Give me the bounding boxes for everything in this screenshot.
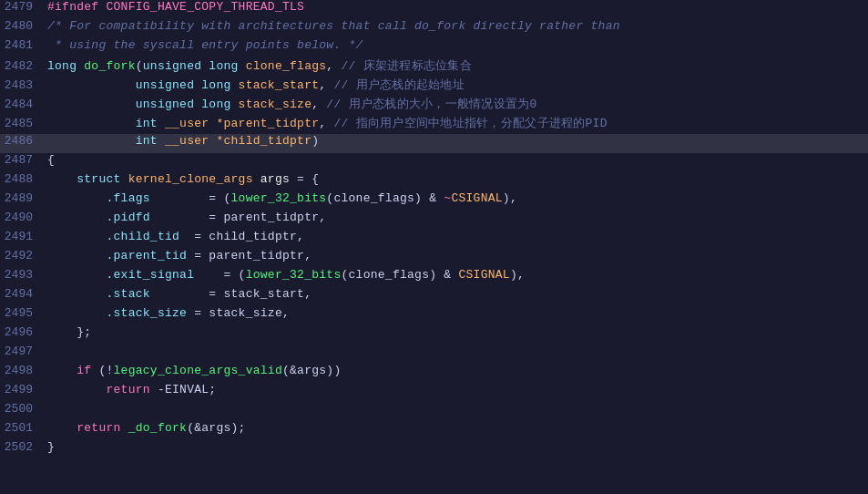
code-line: 2482long do_fork(unsigned long clone_fla… [0,57,868,77]
line-number: 2499 [0,383,44,396]
line-content: .stack_size = stack_size, [44,306,290,320]
code-line: 2500 [0,402,868,421]
code-line: 2480/* For compatibility with architectu… [0,19,868,38]
line-number: 2488 [0,172,44,186]
code-line: 2481 * using the syscall entry points be… [0,38,868,57]
code-line: 2485 int __user *parent_tidptr, // 指向用户空… [0,115,868,134]
line-content: return _do_fork(&args); [44,421,246,435]
line-content: .parent_tid = parent_tidptr, [44,249,311,262]
line-content: { [44,153,55,167]
line-number: 2491 [0,230,44,243]
line-number: 2492 [0,249,44,262]
line-number: 2496 [0,325,44,339]
code-line: 2495 .stack_size = stack_size, [0,306,868,325]
line-content: long do_fork(unsigned long clone_flags, … [44,57,472,74]
code-editor: 2479#ifndef CONFIG_HAVE_COPY_THREAD_TLS2… [0,0,868,494]
line-content: unsigned long stack_start, // 用户态栈的起始地址 [44,77,465,93]
line-number: 2487 [0,153,44,167]
code-line: 2494 .stack = stack_start, [0,287,868,306]
line-content: int __user *child_tidptr) [44,134,319,148]
line-number: 2498 [0,364,44,377]
line-content: struct kernel_clone_args args = { [44,172,319,186]
line-content: * using the syscall entry points below. … [44,38,363,52]
line-number: 2486 [0,134,44,148]
line-content: /* For compatibility with architectures … [44,19,620,33]
line-number: 2489 [0,191,44,205]
code-line: 2491 .child_tid = child_tidptr, [0,230,868,249]
line-content: #ifndef CONFIG_HAVE_COPY_THREAD_TLS [44,0,304,14]
line-number: 2490 [0,211,44,224]
line-content: .stack = stack_start, [44,287,311,301]
code-line: 2490 .pidfd = parent_tidptr, [0,211,868,230]
line-content: return -EINVAL; [44,383,216,396]
line-content: } [44,440,55,454]
line-number: 2501 [0,421,44,435]
code-line: 2488 struct kernel_clone_args args = { [0,172,868,191]
code-line: 2483 unsigned long stack_start, // 用户态栈的… [0,77,868,96]
line-number: 2483 [0,78,44,92]
line-content: unsigned long stack_size, // 用户态栈的大小，一般情… [44,96,537,112]
line-content: .child_tid = child_tidptr, [44,230,304,243]
line-number: 2484 [0,98,44,111]
line-content: }; [44,325,91,339]
line-number: 2493 [0,268,44,282]
line-content: int __user *parent_tidptr, // 指向用户空间中地址指… [44,115,608,131]
code-line: 2479#ifndef CONFIG_HAVE_COPY_THREAD_TLS [0,0,868,19]
code-line: 2496 }; [0,325,868,345]
line-number: 2479 [0,0,44,14]
code-line: 2498 if (!legacy_clone_args_valid(&args)… [0,364,868,383]
code-line: 2484 unsigned long stack_size, // 用户态栈的大… [0,96,868,115]
code-line: 2493 .exit_signal = (lower_32_bits(clone… [0,268,868,287]
code-line: 2492 .parent_tid = parent_tidptr, [0,249,868,268]
code-line: 2489 .flags = (lower_32_bits(clone_flags… [0,191,868,211]
code-line: 2486 int __user *child_tidptr) [0,134,868,153]
code-line: 2502} [0,440,868,459]
line-number: 2480 [0,19,44,33]
code-line: 2501 return _do_fork(&args); [0,421,868,440]
line-number: 2502 [0,440,44,454]
line-content: .exit_signal = (lower_32_bits(clone_flag… [44,268,525,282]
line-number: 2500 [0,402,44,416]
line-number: 2494 [0,287,44,301]
line-content: .flags = (lower_32_bits(clone_flags) & ~… [44,191,517,205]
line-number: 2497 [0,345,44,358]
code-line: 2499 return -EINVAL; [0,383,868,402]
line-number: 2482 [0,59,44,73]
line-number: 2495 [0,306,44,320]
code-line: 2497 [0,345,868,364]
line-content: if (!legacy_clone_args_valid(&args)) [44,364,341,377]
line-number: 2485 [0,117,44,130]
line-number: 2481 [0,38,44,52]
code-line: 2487{ [0,153,868,172]
line-content: .pidfd = parent_tidptr, [44,211,326,224]
